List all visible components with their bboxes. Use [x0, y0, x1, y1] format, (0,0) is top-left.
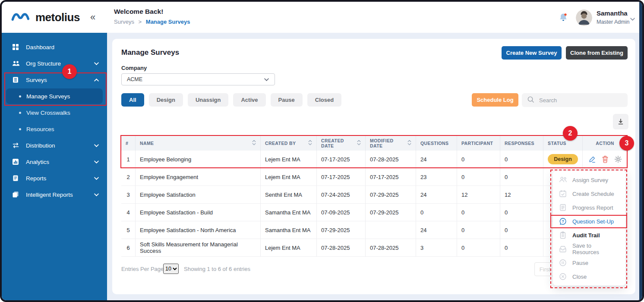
- intelligent-reports-icon: [12, 191, 20, 198]
- chevron-down-icon: [264, 78, 269, 81]
- modified-date: 07-17-2025: [366, 168, 416, 186]
- column-header-participant: Participant: [457, 135, 500, 151]
- search-input[interactable]: [538, 97, 622, 104]
- logo-text: metolius: [35, 11, 80, 24]
- column-header-created-by[interactable]: Created By: [261, 135, 317, 151]
- sidebar-subitem-manage-surveys[interactable]: Manage Surveys: [6, 88, 103, 104]
- sidebar-item-dashboard[interactable]: Dashboard: [2, 39, 107, 55]
- page-title: Manage Surveys: [121, 48, 179, 57]
- question-setup-icon: ?: [559, 217, 567, 226]
- reports-icon: [12, 174, 20, 182]
- download-button[interactable]: [613, 114, 628, 129]
- create-schedule-icon: [559, 190, 567, 198]
- responses-count: 12: [500, 186, 543, 204]
- created-by: Lejem Ent MA: [261, 151, 317, 168]
- org-structure-icon: [12, 60, 20, 67]
- filter-tab-all[interactable]: All: [121, 93, 144, 107]
- edit-button[interactable]: [588, 155, 596, 163]
- clone-from-existing-button[interactable]: Clone from Existing: [566, 46, 628, 60]
- sidebar-item-label: Distribution: [26, 142, 94, 149]
- sidebar-item-org-structure[interactable]: Org Structure: [2, 55, 107, 72]
- menu-item-assign-survey[interactable]: Assign Survey: [553, 173, 625, 187]
- filter-tab-unassign[interactable]: Unassign: [188, 93, 229, 107]
- table-row: 6Soft Skills Measurement for Managerial …: [121, 239, 627, 257]
- user-menu-chevron-down-icon[interactable]: [630, 15, 635, 22]
- welcome-title: Welcome Back!: [114, 8, 163, 16]
- sidebar-collapse-icon[interactable]: «: [90, 13, 95, 22]
- menu-item-create-schedule[interactable]: Create Schedule: [553, 187, 625, 201]
- menu-item-audit-trail[interactable]: Audit Trail: [553, 228, 625, 242]
- pagination-first-button[interactable]: First: [534, 262, 556, 276]
- participant-count: 0: [457, 151, 500, 168]
- schedule-log-button[interactable]: Schedule Log: [472, 93, 518, 107]
- row-number: 2: [121, 168, 136, 186]
- sidebar-item-reports[interactable]: Reports: [2, 170, 107, 186]
- menu-item-progress-report[interactable]: Progress Report: [553, 201, 625, 214]
- close-circle-icon: [559, 273, 567, 281]
- questions-count: 24: [416, 221, 457, 239]
- column-header-questions: Questions: [416, 135, 457, 151]
- column-header-label: Action: [596, 141, 614, 146]
- create-new-survey-button[interactable]: Create New Survey: [502, 46, 562, 60]
- responses-count: 0: [500, 168, 543, 186]
- menu-item-label: Audit Trail: [572, 232, 600, 239]
- column-header-modified-date[interactable]: Modified Date: [366, 135, 416, 151]
- menu-item-label: Create Schedule: [572, 191, 614, 197]
- sidebar-item-distribution[interactable]: Distribution: [2, 137, 107, 154]
- responses-count: 0: [500, 151, 543, 168]
- app-window: DashboardOrg StructureSurveysManage Surv…: [0, 0, 644, 302]
- participant-count: 0: [457, 239, 500, 257]
- sidebar-item-surveys[interactable]: Surveys: [2, 72, 107, 88]
- sidebar-item-intelligent-reports[interactable]: Intelligent Reports: [2, 186, 107, 203]
- entries-per-page-select[interactable]: 10: [163, 264, 179, 274]
- menu-item-question-set-up[interactable]: ?Question Set-Up: [553, 214, 625, 228]
- sidebar-subitem-label: View Crosswalks: [26, 110, 70, 116]
- status-badge: Design: [548, 154, 578, 164]
- filter-tab-pause[interactable]: Pause: [271, 93, 303, 107]
- column-header-label: Modified Date: [370, 138, 405, 148]
- column-header-: #: [121, 135, 136, 151]
- column-header-created-date[interactable]: Created Date: [317, 135, 366, 151]
- delete-button[interactable]: [602, 155, 609, 163]
- modified-date: [366, 221, 416, 239]
- sidebar-subitem-view-crosswalks[interactable]: View Crosswalks: [2, 104, 107, 121]
- survey-name: Employee Satisfaction - North America: [136, 221, 261, 239]
- settings-button[interactable]: [614, 155, 622, 163]
- menu-item-pause[interactable]: Pause: [553, 256, 625, 270]
- filter-tab-design[interactable]: Design: [149, 93, 183, 107]
- created-date: 07-24-2025: [317, 186, 366, 204]
- surveys-icon: [12, 76, 20, 84]
- company-select-value: ACME: [127, 76, 142, 82]
- action-buttons: [587, 155, 623, 163]
- breadcrumb-current[interactable]: Manage Surveys: [146, 19, 190, 25]
- action-dropdown-menu: Assign SurveyCreate ScheduleProgress Rep…: [553, 171, 625, 286]
- sidebar-subitem-resources[interactable]: Resources: [2, 121, 107, 137]
- survey-name: Soft Skills Measurement for Managerial S…: [136, 239, 261, 257]
- avatar[interactable]: [576, 9, 592, 26]
- menu-item-close[interactable]: Close: [553, 270, 625, 283]
- sidebar-item-label: Dashboard: [26, 44, 99, 50]
- modified-date: 07-28-2025: [366, 151, 416, 168]
- company-select[interactable]: ACME: [121, 73, 275, 85]
- notification-bell-icon[interactable]: [558, 12, 569, 23]
- progress-report-icon: [559, 204, 567, 212]
- menu-item-label: Assign Survey: [572, 177, 608, 183]
- participant-count: 0: [457, 221, 500, 239]
- breadcrumb-parent[interactable]: Surveys: [114, 19, 134, 25]
- responses-count: 0: [500, 204, 543, 221]
- distribution-icon: [12, 142, 20, 149]
- sidebar-item-analytics[interactable]: Analytics: [2, 154, 107, 170]
- sort-icon: [407, 140, 411, 146]
- search-icon: [527, 96, 534, 105]
- chevron-down-icon: [94, 62, 99, 65]
- table-row: 5Employee Satisfaction - North AmericaSa…: [121, 221, 627, 239]
- column-header-name[interactable]: Name: [136, 135, 261, 151]
- row-number: 4: [121, 204, 136, 221]
- filter-tab-closed[interactable]: Closed: [307, 93, 341, 107]
- chevron-down-icon: [94, 193, 99, 196]
- filter-tab-active[interactable]: Active: [233, 93, 265, 107]
- menu-item-save-to-resources[interactable]: Save to Resources: [553, 242, 625, 256]
- showing-entries-text: Showing 1 to 6 of 6 entries: [184, 266, 250, 272]
- questions-count: 23: [416, 168, 457, 186]
- chevron-down-icon: [94, 144, 99, 147]
